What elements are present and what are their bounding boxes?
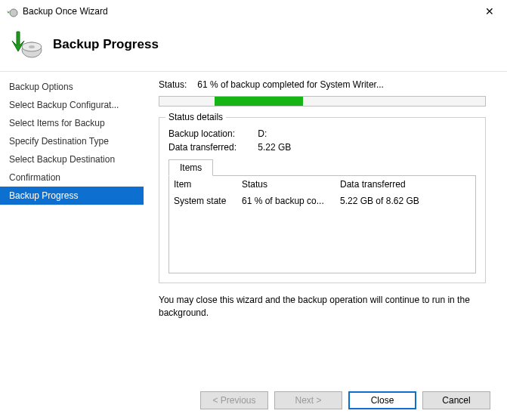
col-status: Status [242, 179, 340, 190]
status-label: Status: [159, 79, 195, 90]
data-transferred-label: Data transferred: [168, 142, 255, 153]
step-backup-progress: Backup Progress [0, 187, 144, 205]
backup-location-value: D: [258, 128, 267, 139]
backup-large-icon [11, 29, 42, 60]
items-grid: Item Status Data transferred System stat… [168, 175, 476, 273]
wizard-buttons: < Previous Next > Close Cancel [200, 391, 490, 409]
cell-status: 61 % of backup co... [242, 196, 340, 206]
progress-bar [159, 96, 486, 107]
content-pane: Status: 61 % of backup completed for Sys… [144, 72, 507, 320]
svg-point-3 [29, 45, 35, 48]
step-select-items: Select Items for Backup [0, 114, 144, 132]
cell-item: System state [174, 196, 242, 206]
svg-point-0 [10, 9, 17, 17]
status-details-legend: Status details [165, 112, 226, 122]
status-details-group: Status details Backup location: D: Data … [159, 117, 486, 283]
cancel-button[interactable]: Cancel [422, 391, 490, 409]
data-transferred-value: 5.22 GB [258, 142, 291, 153]
window-title: Backup Once Wizard [23, 6, 478, 17]
step-select-destination: Select Backup Destination [0, 150, 144, 168]
hint-text: You may close this wizard and the backup… [159, 294, 486, 320]
previous-button: < Previous [200, 391, 268, 409]
wizard-steps: Backup Options Select Backup Configurat.… [0, 72, 144, 320]
wizard-header: Backup Progress [0, 23, 507, 71]
grid-header: Item Status Data transferred [169, 176, 475, 193]
tab-items[interactable]: Items [168, 159, 213, 176]
cell-transferred: 5.22 GB of 8.62 GB [340, 196, 471, 206]
step-select-configuration: Select Backup Configurat... [0, 96, 144, 114]
page-title: Backup Progress [53, 37, 159, 52]
titlebar: Backup Once Wizard ✕ [0, 0, 507, 23]
next-button: Next > [274, 391, 342, 409]
col-data-transferred: Data transferred [340, 179, 471, 190]
progress-chunk [215, 97, 302, 106]
close-icon[interactable]: ✕ [478, 5, 501, 17]
status-line: Status: 61 % of backup completed for Sys… [159, 79, 486, 90]
step-backup-options: Backup Options [0, 78, 144, 96]
backup-location-label: Backup location: [168, 128, 255, 139]
backup-wizard-icon [6, 5, 18, 17]
step-confirmation: Confirmation [0, 168, 144, 187]
table-row: System state 61 % of backup co... 5.22 G… [169, 193, 475, 209]
close-button[interactable]: Close [348, 391, 416, 409]
status-text: 61 % of backup completed for System Writ… [197, 79, 384, 90]
col-item: Item [174, 179, 242, 190]
step-destination-type: Specify Destination Type [0, 132, 144, 150]
